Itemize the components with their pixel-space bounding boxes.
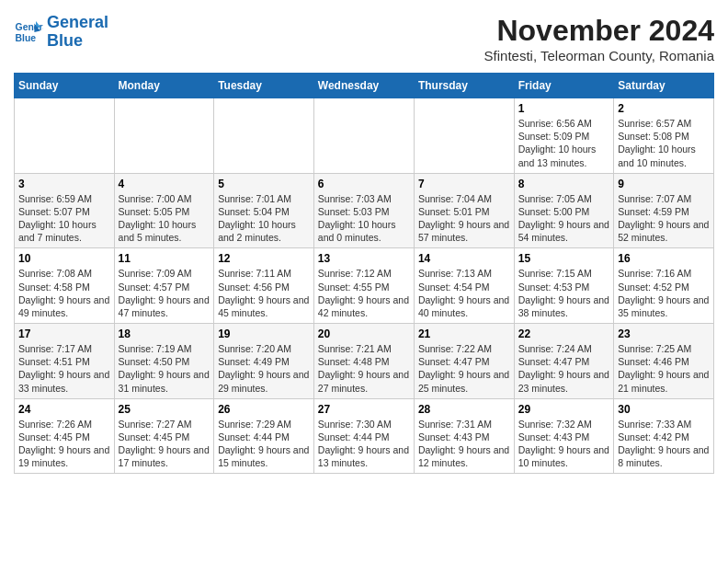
logo-text: General Blue (47, 14, 108, 51)
day-number: 28 (418, 403, 510, 416)
day-number: 15 (518, 252, 609, 265)
day-cell: 14Sunrise: 7:13 AM Sunset: 4:54 PM Dayli… (414, 248, 514, 324)
day-info: Sunrise: 7:32 AM Sunset: 4:43 PM Dayligh… (518, 418, 609, 470)
day-cell: 1Sunrise: 6:56 AM Sunset: 5:09 PM Daylig… (514, 98, 613, 174)
day-cell: 12Sunrise: 7:11 AM Sunset: 4:56 PM Dayli… (214, 248, 314, 324)
day-info: Sunrise: 7:03 AM Sunset: 5:03 PM Dayligh… (318, 192, 410, 245)
day-number: 2 (618, 102, 710, 115)
day-info: Sunrise: 7:17 AM Sunset: 4:51 PM Dayligh… (18, 342, 110, 395)
day-number: 11 (119, 252, 210, 265)
page-subtitle: Sfintesti, Teleorman County, Romania (484, 48, 714, 63)
logo: General Blue General Blue (14, 14, 108, 51)
day-number: 29 (518, 403, 609, 416)
day-info: Sunrise: 7:04 AM Sunset: 5:01 PM Dayligh… (418, 192, 510, 245)
day-cell: 13Sunrise: 7:12 AM Sunset: 4:55 PM Dayli… (313, 248, 414, 324)
day-info: Sunrise: 7:29 AM Sunset: 4:44 PM Dayligh… (218, 418, 310, 470)
day-info: Sunrise: 6:56 AM Sunset: 5:09 PM Dayligh… (518, 117, 609, 169)
day-cell: 28Sunrise: 7:31 AM Sunset: 4:43 PM Dayli… (414, 398, 514, 474)
day-info: Sunrise: 7:33 AM Sunset: 4:42 PM Dayligh… (618, 418, 710, 470)
day-info: Sunrise: 7:19 AM Sunset: 4:50 PM Dayligh… (119, 342, 210, 395)
day-info: Sunrise: 7:22 AM Sunset: 4:47 PM Dayligh… (418, 342, 510, 395)
day-info: Sunrise: 7:12 AM Sunset: 4:55 PM Dayligh… (318, 267, 410, 319)
week-row-4: 17Sunrise: 7:17 AM Sunset: 4:51 PM Dayli… (15, 324, 714, 399)
week-row-3: 10Sunrise: 7:08 AM Sunset: 4:58 PM Dayli… (15, 248, 714, 324)
day-cell: 4Sunrise: 7:00 AM Sunset: 5:05 PM Daylig… (114, 173, 214, 248)
day-cell: 18Sunrise: 7:19 AM Sunset: 4:50 PM Dayli… (114, 324, 214, 399)
day-info: Sunrise: 7:20 AM Sunset: 4:49 PM Dayligh… (218, 342, 310, 395)
day-cell: 27Sunrise: 7:30 AM Sunset: 4:44 PM Dayli… (313, 398, 414, 474)
day-cell: 21Sunrise: 7:22 AM Sunset: 4:47 PM Dayli… (414, 324, 514, 399)
day-number: 19 (218, 327, 310, 340)
header-cell-wednesday: Wednesday (313, 74, 414, 98)
svg-text:General: General (16, 22, 43, 32)
day-info: Sunrise: 7:24 AM Sunset: 4:47 PM Dayligh… (518, 342, 609, 395)
day-cell (214, 98, 314, 174)
day-number: 18 (119, 327, 210, 340)
day-info: Sunrise: 7:00 AM Sunset: 5:05 PM Dayligh… (119, 192, 210, 245)
day-cell: 22Sunrise: 7:24 AM Sunset: 4:47 PM Dayli… (514, 324, 613, 399)
header-cell-saturday: Saturday (614, 74, 714, 98)
week-row-2: 3Sunrise: 6:59 AM Sunset: 5:07 PM Daylig… (15, 173, 714, 248)
day-info: Sunrise: 6:59 AM Sunset: 5:07 PM Dayligh… (18, 192, 110, 245)
day-cell: 26Sunrise: 7:29 AM Sunset: 4:44 PM Dayli… (214, 398, 314, 474)
day-cell: 8Sunrise: 7:05 AM Sunset: 5:00 PM Daylig… (514, 173, 613, 248)
day-info: Sunrise: 7:21 AM Sunset: 4:48 PM Dayligh… (318, 342, 410, 395)
day-cell: 15Sunrise: 7:15 AM Sunset: 4:53 PM Dayli… (514, 248, 613, 324)
day-cell: 24Sunrise: 7:26 AM Sunset: 4:45 PM Dayli… (15, 398, 115, 474)
day-cell: 11Sunrise: 7:09 AM Sunset: 4:57 PM Dayli… (114, 248, 214, 324)
day-info: Sunrise: 7:05 AM Sunset: 5:00 PM Dayligh… (518, 192, 609, 245)
day-number: 9 (618, 178, 710, 190)
day-info: Sunrise: 7:08 AM Sunset: 4:58 PM Dayligh… (18, 267, 110, 319)
header-cell-thursday: Thursday (414, 74, 514, 98)
day-number: 16 (618, 252, 710, 265)
day-cell: 17Sunrise: 7:17 AM Sunset: 4:51 PM Dayli… (15, 324, 115, 399)
day-number: 8 (518, 178, 609, 190)
day-number: 20 (318, 327, 410, 340)
day-number: 14 (418, 252, 510, 265)
day-cell: 25Sunrise: 7:27 AM Sunset: 4:45 PM Dayli… (114, 398, 214, 474)
calendar-table: SundayMondayTuesdayWednesdayThursdayFrid… (14, 73, 714, 474)
day-number: 22 (518, 327, 609, 340)
header-cell-monday: Monday (114, 74, 214, 98)
day-info: Sunrise: 7:11 AM Sunset: 4:56 PM Dayligh… (218, 267, 310, 319)
day-info: Sunrise: 7:09 AM Sunset: 4:57 PM Dayligh… (119, 267, 210, 319)
day-info: Sunrise: 7:07 AM Sunset: 4:59 PM Dayligh… (618, 192, 710, 245)
page-title: November 2024 (484, 14, 714, 48)
day-number: 10 (18, 252, 110, 265)
day-number: 23 (618, 327, 710, 340)
day-cell: 10Sunrise: 7:08 AM Sunset: 4:58 PM Dayli… (15, 248, 115, 324)
day-info: Sunrise: 7:25 AM Sunset: 4:46 PM Dayligh… (618, 342, 710, 395)
day-cell: 23Sunrise: 7:25 AM Sunset: 4:46 PM Dayli… (614, 324, 714, 399)
day-number: 25 (119, 403, 210, 416)
header-row: SundayMondayTuesdayWednesdayThursdayFrid… (15, 74, 714, 98)
header-cell-tuesday: Tuesday (214, 74, 314, 98)
day-number: 12 (218, 252, 310, 265)
day-number: 1 (518, 102, 609, 115)
day-number: 7 (418, 178, 510, 190)
day-cell (313, 98, 414, 174)
day-cell: 29Sunrise: 7:32 AM Sunset: 4:43 PM Dayli… (514, 398, 613, 474)
day-cell (15, 98, 115, 174)
header: General Blue General Blue November 2024 … (14, 14, 714, 63)
day-cell: 30Sunrise: 7:33 AM Sunset: 4:42 PM Dayli… (614, 398, 714, 474)
day-number: 6 (318, 178, 410, 190)
week-row-5: 24Sunrise: 7:26 AM Sunset: 4:45 PM Dayli… (15, 398, 714, 474)
logo-icon: General Blue (14, 17, 43, 47)
svg-text:Blue: Blue (16, 32, 37, 42)
day-info: Sunrise: 7:16 AM Sunset: 4:52 PM Dayligh… (618, 267, 710, 319)
day-info: Sunrise: 7:13 AM Sunset: 4:54 PM Dayligh… (418, 267, 510, 319)
day-cell: 20Sunrise: 7:21 AM Sunset: 4:48 PM Dayli… (313, 324, 414, 399)
day-cell: 16Sunrise: 7:16 AM Sunset: 4:52 PM Dayli… (614, 248, 714, 324)
day-cell: 7Sunrise: 7:04 AM Sunset: 5:01 PM Daylig… (414, 173, 514, 248)
day-number: 26 (218, 403, 310, 416)
day-cell: 2Sunrise: 6:57 AM Sunset: 5:08 PM Daylig… (614, 98, 714, 174)
day-number: 27 (318, 403, 410, 416)
header-cell-friday: Friday (514, 74, 613, 98)
day-cell (414, 98, 514, 174)
day-number: 24 (18, 403, 110, 416)
day-number: 4 (119, 178, 210, 190)
day-cell: 5Sunrise: 7:01 AM Sunset: 5:04 PM Daylig… (214, 173, 314, 248)
day-info: Sunrise: 7:31 AM Sunset: 4:43 PM Dayligh… (418, 418, 510, 470)
day-number: 17 (18, 327, 110, 340)
day-number: 30 (618, 403, 710, 416)
